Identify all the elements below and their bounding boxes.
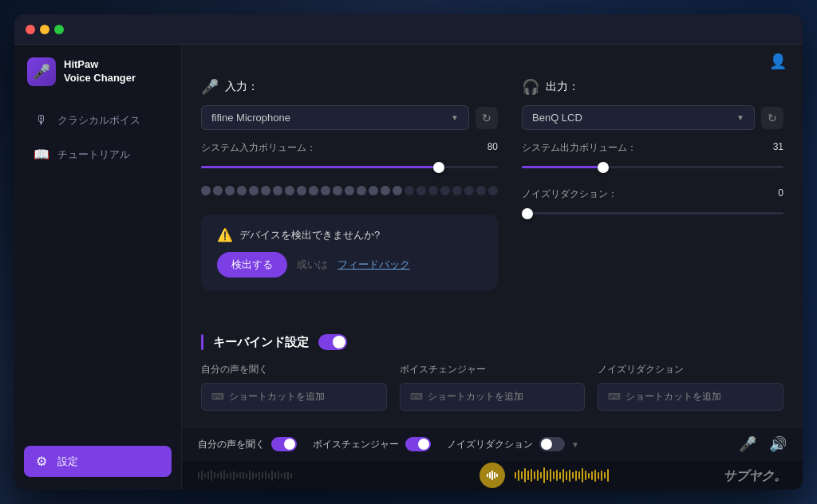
mic-settings: 🎤 入力： fifine Microphone ▼ ↻ (182, 78, 803, 334)
toggle-noise[interactable] (539, 437, 565, 451)
level-dot-14 (357, 186, 366, 195)
sidebar-item-classical-voice[interactable]: 🎙 クラシカルボイス (24, 105, 172, 136)
keybind-toggle[interactable] (318, 334, 347, 350)
waveform-right-item (582, 468, 583, 482)
traffic-lights (26, 25, 64, 34)
waveform-bar-item (278, 471, 279, 479)
output-device-name: BenQ LCD (532, 112, 582, 124)
noise-thumb[interactable] (522, 208, 533, 219)
sidebar-item-settings[interactable]: ⚙ 設定 (24, 446, 172, 477)
output-device-select[interactable]: BenQ LCD ▼ (522, 105, 755, 130)
app-window: 🎤 HitPaw Voice Changer 🎙 クラシカルボイス 📖 チュート… (14, 14, 803, 490)
waveform-right-item (607, 469, 609, 482)
waveform-bar-item (207, 471, 209, 479)
level-dot-15 (369, 186, 378, 195)
waveform-left (198, 461, 470, 490)
waveform-bar-item (274, 472, 276, 478)
output-header: 🎧 出力： (522, 78, 783, 96)
output-label: 出力： (546, 80, 579, 94)
output-refresh-button[interactable]: ↻ (761, 107, 783, 129)
keyboard-icon-listen: ⌨ (211, 392, 224, 402)
level-dot-22 (452, 186, 462, 195)
bottom-toggle-voice-changer: ボイスチェンジャー (313, 437, 431, 451)
level-dot-12 (333, 186, 342, 195)
keybind-label-voice-changer: ボイスチェンジャー (400, 363, 586, 376)
waveform-bar-item (290, 473, 292, 478)
toggle-voice-changer[interactable] (405, 437, 431, 451)
warning-text: デバイスを検出できませんか? (239, 228, 380, 242)
output-volume-slider[interactable] (522, 166, 783, 168)
waveform-bar-item (227, 473, 228, 478)
keybind-toggle-thumb (333, 336, 345, 348)
noise-dropdown-arrow-icon[interactable]: ▼ (571, 440, 579, 449)
waveform-right-item (543, 467, 545, 483)
waveform-bar-item (211, 470, 212, 481)
level-dot-3 (225, 186, 235, 195)
sidebar: 🎤 HitPaw Voice Changer 🎙 クラシカルボイス 📖 チュート… (14, 45, 182, 490)
keybind-header: キーバインド設定 (201, 334, 783, 350)
minimize-button[interactable] (40, 25, 49, 34)
waveform-bar-item (262, 472, 263, 478)
waveform-bar-item (268, 473, 270, 478)
waveform-bar-item (201, 471, 203, 480)
settings-icon: ⚙ (34, 454, 49, 469)
waveform-bar-item (239, 472, 241, 478)
waveform-bar-item (255, 473, 257, 478)
warning-header: ⚠️ デバイスを検出できませんか? (217, 227, 482, 242)
or-text: 或いは (297, 258, 328, 272)
output-volume-thumb[interactable] (598, 162, 609, 173)
waveform-right-item (566, 471, 567, 480)
level-dot-7 (273, 186, 282, 195)
input-device-select[interactable]: fifine Microphone ▼ (201, 105, 469, 130)
keybind-section: キーバインド設定 自分の声を聞く ⌨ ショートカットを追加 ボイスチェ (182, 334, 803, 427)
level-dot-25 (488, 186, 498, 195)
level-dot-6 (261, 186, 270, 195)
user-icon[interactable]: 👤 (769, 53, 787, 70)
toggle-noise-thumb (541, 439, 552, 450)
waveform-right-item (527, 471, 529, 480)
waveform-bar-item (271, 471, 273, 481)
close-button[interactable] (26, 25, 35, 34)
device-warning: ⚠️ デバイスを検出できませんか? 検出する 或いは フィードバック (201, 215, 498, 290)
level-dot-20 (428, 186, 438, 195)
bottom-mic-icon[interactable]: 🎤 (739, 435, 756, 453)
input-volume-slider[interactable] (201, 166, 498, 168)
maximize-button[interactable] (54, 25, 64, 34)
bottom-speaker-icon[interactable]: 🔊 (769, 435, 787, 453)
output-volume-fill (522, 166, 603, 168)
level-dot-18 (405, 186, 414, 195)
output-volume-value: 31 (773, 141, 783, 155)
level-dot-23 (464, 186, 474, 195)
input-label: 入力： (225, 80, 259, 94)
keybind-label-noise: ノイズリダクション (598, 363, 783, 376)
waveform-bar-item (198, 472, 199, 478)
input-select-arrow-icon: ▼ (451, 113, 459, 122)
detect-button[interactable]: 検出する (217, 252, 287, 278)
level-dot-19 (416, 186, 426, 195)
warning-actions: 検出する 或いは フィードバック (217, 252, 482, 278)
level-dot-21 (440, 186, 450, 195)
shortcut-button-listen[interactable]: ⌨ ショートカットを追加 (201, 383, 387, 411)
input-refresh-button[interactable]: ↻ (476, 107, 498, 129)
title-bar (14, 14, 803, 45)
shortcut-button-voice-changer[interactable]: ⌨ ショートカットを追加 (400, 383, 586, 411)
waveform-right-item (572, 472, 574, 478)
toggle-listen[interactable] (271, 437, 297, 451)
bottom-label-listen: 自分の声を聞く (198, 438, 265, 451)
waveform-bar-item (284, 472, 286, 479)
waveform-right-item (585, 471, 586, 480)
input-volume-thumb[interactable] (433, 162, 444, 173)
shortcut-label-listen: ショートカットを追加 (229, 390, 325, 404)
noise-value: 0 (778, 187, 783, 201)
sidebar-item-tutorial[interactable]: 📖 チュートリアル (24, 139, 172, 170)
noise-slider[interactable] (522, 212, 783, 215)
waveform-right-item (591, 471, 593, 480)
noise-label: ノイズリダクション： (522, 187, 618, 201)
shortcut-button-noise[interactable]: ⌨ ショートカットを追加 (598, 383, 783, 411)
keybind-title: キーバインド設定 (213, 335, 309, 350)
waveform-right-item (537, 470, 539, 481)
svg-rect-2 (491, 471, 493, 480)
waveform-bar-item (252, 472, 254, 479)
feedback-link[interactable]: フィードバック (337, 258, 410, 272)
level-dot-2 (213, 186, 223, 195)
